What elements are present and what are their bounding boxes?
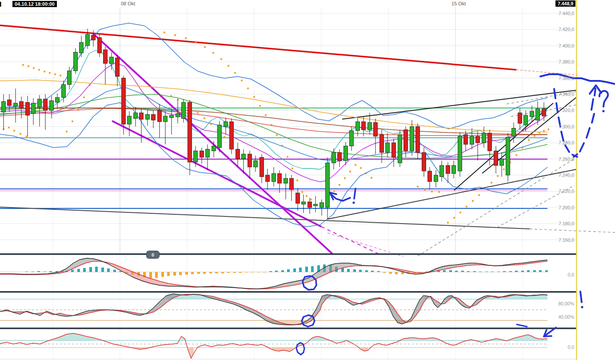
resize-up-icon xyxy=(151,253,155,255)
price-axis-label: 7.240,0 xyxy=(530,172,574,178)
stochastic-panel-surface[interactable] xyxy=(0,293,576,327)
price-axis-label: 7.420,0 xyxy=(530,27,574,32)
price-axis-label: 7.320,0 xyxy=(530,108,574,113)
oscillator-panel-surface[interactable] xyxy=(0,329,576,359)
osc-zero-label: 0,0 xyxy=(530,344,574,350)
price-axis-label: 7.280,0 xyxy=(530,140,574,145)
price-axis-label: 7.160,0 xyxy=(530,237,574,243)
price-axis-label: 7.400,0 xyxy=(530,43,574,48)
x-axis-label-15-okt: 15 Okt xyxy=(451,1,466,6)
price-axis-label: 7.300,0 xyxy=(530,124,574,129)
current-price-badge: 7.448,9 xyxy=(555,0,575,7)
trading-chart-window: 04.10.12 18:00:00 08 Okt 15 Okt 7.448,9 … xyxy=(0,0,615,364)
price-axis-label: 7.440,0 xyxy=(530,11,574,16)
price-axis-strip[interactable] xyxy=(576,0,615,360)
main-chart-plot-surface[interactable] xyxy=(0,8,576,253)
macd-panel-surface[interactable] xyxy=(0,256,576,291)
price-axis-label: 7.380,0 xyxy=(530,59,574,64)
macd-zero-label: 0,0 xyxy=(530,272,574,277)
price-axis-label: 7.260,0 xyxy=(530,156,574,162)
stoch-80-label: 80,00% xyxy=(530,301,574,306)
stoch-40-label: 40,00% xyxy=(530,314,574,320)
price-axis-label: 7.180,0 xyxy=(530,221,574,226)
price-axis-label: 7.360,0 xyxy=(530,76,574,81)
panel-resize-handle[interactable] xyxy=(146,251,160,259)
last-update-box: 04.10.12 18:00:00 xyxy=(12,1,57,7)
resize-down-icon xyxy=(151,255,155,257)
price-axis-label: 7.340,0 xyxy=(530,92,574,97)
price-axis-label: 7.200,0 xyxy=(530,205,574,210)
x-axis-label-08-okt: 08 Okt xyxy=(121,1,135,6)
price-axis-label: 7.220,0 xyxy=(530,188,574,194)
